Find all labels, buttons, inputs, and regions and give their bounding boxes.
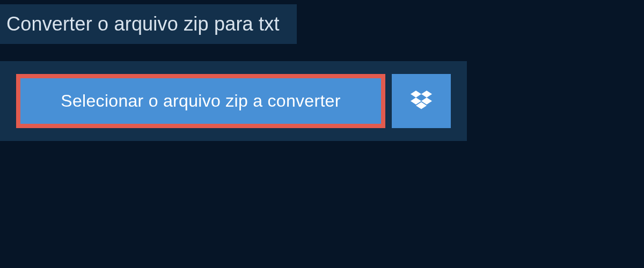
select-file-label: Selecionar o arquivo zip a converter (61, 91, 340, 111)
page-title: Converter o arquivo zip para txt (6, 13, 280, 35)
main-container: Converter o arquivo zip para txt Selecio… (0, 0, 644, 141)
select-file-button[interactable]: Selecionar o arquivo zip a converter (16, 74, 385, 128)
title-bar: Converter o arquivo zip para txt (0, 4, 297, 44)
action-panel: Selecionar o arquivo zip a converter (0, 61, 467, 141)
dropbox-icon (411, 91, 432, 112)
dropbox-button[interactable] (392, 74, 451, 128)
